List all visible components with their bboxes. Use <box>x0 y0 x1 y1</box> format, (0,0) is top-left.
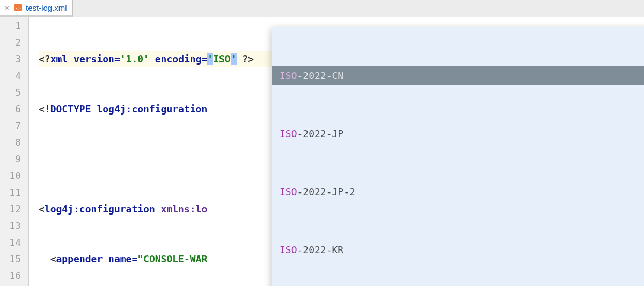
line-number: 15 <box>0 251 21 267</box>
autocomplete-item[interactable]: ISO-2022-JP <box>272 124 644 144</box>
xml-file-icon: <> <box>14 3 23 12</box>
autocomplete-popup[interactable]: ISO-2022-CN ISO-2022-JP ISO-2022-JP-2 IS… <box>272 27 644 286</box>
line-number: 2 <box>0 34 21 51</box>
svg-text:<>: <> <box>16 6 21 11</box>
line-number: 8 <box>0 134 21 151</box>
line-number: 12 <box>0 201 21 217</box>
line-number: 7 <box>0 117 21 134</box>
line-number: 10 <box>0 167 21 184</box>
line-number: 16 <box>0 267 21 284</box>
close-icon[interactable]: × <box>3 3 11 12</box>
line-number: 5 <box>0 84 21 101</box>
autocomplete-item[interactable]: ISO-2022-KR <box>272 240 644 260</box>
line-number: 1 <box>0 17 21 34</box>
file-tab[interactable]: × <> test-log.xml <box>0 0 73 17</box>
line-number: 9 <box>0 151 21 167</box>
line-number: 6 <box>0 101 21 117</box>
line-number: 11 <box>0 184 21 201</box>
line-number: 13 <box>0 217 21 234</box>
line-number: 4 <box>0 67 21 84</box>
code-content[interactable]: <?xml version='1.0' encoding='ISO' ?> <!… <box>29 17 644 286</box>
autocomplete-item[interactable]: ISO-2022-CN <box>272 66 644 85</box>
file-tab-label: test-log.xml <box>26 3 67 12</box>
autocomplete-item[interactable]: ISO-2022-JP-2 <box>272 182 644 202</box>
editor-tab-bar: × <> test-log.xml <box>0 0 644 17</box>
line-number: 3 <box>0 51 21 67</box>
line-number: 14 <box>0 234 21 251</box>
code-editor[interactable]: 1 2 3 4 5 6 7 8 9 10 11 12 13 14 15 16 <… <box>0 17 644 286</box>
line-gutter: 1 2 3 4 5 6 7 8 9 10 11 12 13 14 15 16 <box>0 17 29 286</box>
